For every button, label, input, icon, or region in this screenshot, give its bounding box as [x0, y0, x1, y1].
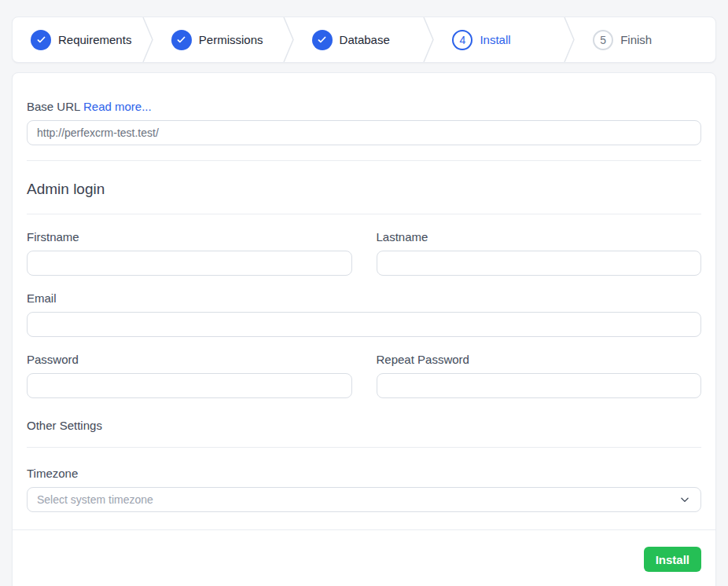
firstname-input[interactable]: [27, 251, 352, 276]
step-number-badge: 4: [452, 30, 472, 50]
password-label: Password: [27, 353, 352, 366]
repeat-password-label: Repeat Password: [377, 353, 702, 366]
check-circle-icon: [31, 30, 51, 50]
step-requirements[interactable]: Requirements: [13, 17, 153, 62]
base-url-input[interactable]: [27, 120, 701, 145]
read-more-link[interactable]: Read more...: [83, 100, 152, 113]
install-wizard-page: Requirements Permissions Database 4 Inst…: [0, 0, 728, 586]
step-permissions[interactable]: Permissions: [153, 17, 294, 62]
step-label: Database: [340, 33, 390, 46]
timezone-field-group: Timezone: [27, 467, 701, 512]
install-form-card: Base URL Read more... Admin login Firstn…: [12, 72, 716, 586]
repeat-password-input[interactable]: [377, 373, 702, 398]
base-url-label: Base URL: [27, 100, 80, 113]
password-input[interactable]: [27, 373, 352, 398]
other-settings-heading: Other Settings: [27, 419, 701, 432]
timezone-select[interactable]: [27, 487, 701, 512]
check-circle-icon: [312, 30, 333, 50]
step-finish[interactable]: 5 Finish: [575, 17, 715, 62]
wizard-stepper: Requirements Permissions Database 4 Inst…: [12, 16, 716, 63]
step-label: Requirements: [58, 33, 131, 46]
email-input[interactable]: [27, 312, 701, 337]
base-url-label-row: Base URL Read more...: [27, 100, 701, 113]
divider: [27, 160, 701, 161]
lastname-input[interactable]: [377, 251, 702, 276]
step-label: Install: [480, 33, 510, 46]
firstname-label: Firstname: [27, 230, 352, 244]
install-button[interactable]: Install: [644, 547, 701, 572]
step-separator-chevron: [423, 17, 434, 62]
divider: [27, 447, 701, 448]
form-footer: Install: [13, 529, 715, 586]
step-number-badge: 5: [593, 30, 613, 50]
email-field-group: Email: [27, 291, 701, 337]
email-label: Email: [27, 291, 701, 305]
step-separator-chevron: [283, 17, 294, 62]
admin-login-heading: Admin login: [27, 181, 701, 198]
step-database[interactable]: Database: [294, 17, 435, 62]
firstname-field-group: Firstname: [27, 230, 352, 276]
step-install[interactable]: 4 Install: [434, 17, 575, 62]
step-separator-chevron: [142, 17, 153, 62]
lastname-label: Lastname: [377, 230, 702, 244]
step-separator-chevron: [564, 17, 575, 62]
step-label: Permissions: [199, 33, 263, 46]
check-circle-icon: [171, 30, 192, 50]
password-field-group: Password: [27, 353, 352, 398]
timezone-label: Timezone: [27, 467, 701, 480]
repeat-password-field-group: Repeat Password: [377, 353, 702, 398]
lastname-field-group: Lastname: [377, 230, 702, 276]
step-label: Finish: [620, 33, 652, 46]
